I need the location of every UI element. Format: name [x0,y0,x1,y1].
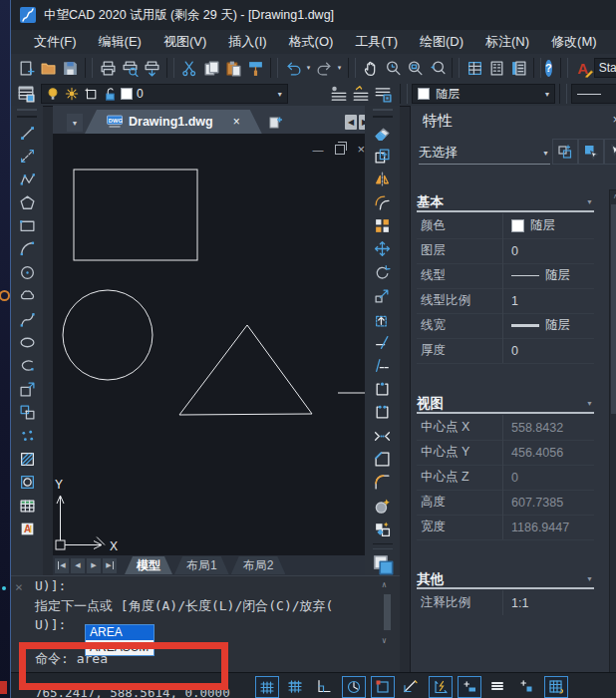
rectangle-icon[interactable] [16,215,38,237]
tab-list-dropdown-icon[interactable]: ▼ [67,114,83,132]
layer-states-icon[interactable] [350,83,372,105]
menu-insert[interactable]: 插入(I) [217,33,277,51]
layer-previous-icon[interactable] [328,83,350,105]
mirror-icon[interactable] [372,169,394,190]
menu-dimension[interactable]: 标注(N) [474,33,540,51]
menu-modify[interactable]: 修改(M) [540,33,608,51]
copy-icon[interactable] [200,57,222,79]
menu-format[interactable]: 格式(O) [278,33,345,51]
menu-draw[interactable]: 绘图(D) [409,33,474,51]
text-style-select[interactable]: Sta [594,58,616,78]
layer-properties-icon[interactable] [15,83,37,105]
layer-dropdown-icon[interactable]: ▼ [275,91,284,98]
polar-tracking-icon[interactable] [342,676,366,698]
insert-block-icon[interactable] [16,378,38,400]
revision-cloud-icon[interactable] [16,285,38,307]
menu-file[interactable]: 文件(F) [23,33,88,51]
break-icon[interactable] [372,402,394,424]
menu-tools[interactable]: 工具(T) [344,33,409,51]
tab-layout2[interactable]: 布局2 [231,556,286,574]
fillet-icon[interactable] [372,472,394,494]
document-tab-active[interactable]: DWG Drawing1.dwg × [85,110,262,134]
table-icon[interactable] [16,495,38,517]
stretch-icon[interactable] [372,308,394,330]
object-snap-icon[interactable] [371,676,395,698]
layer-freeze-icon[interactable] [64,87,79,102]
erase-icon[interactable] [372,122,394,144]
command-close-icon[interactable]: × [15,579,23,594]
polyline-icon[interactable] [16,169,38,190]
pan-icon[interactable] [360,57,382,79]
layer-unlock-icon[interactable] [102,87,117,102]
properties-scrollbar[interactable]: ∧ ∨ [609,189,616,698]
tab-nav-first-icon[interactable]: ◀ [55,558,69,573]
quick-select-icon[interactable] [552,139,578,165]
plot-preview-icon[interactable] [119,57,141,79]
scrollbar-thumb[interactable] [611,204,616,414]
snap-icon[interactable] [284,676,306,696]
canvas-geometry[interactable]: Y X [53,134,375,555]
document-tab-close-icon[interactable]: × [233,115,240,129]
tab-nav-next-icon[interactable]: ▶ [87,558,101,573]
block-editor-icon[interactable] [372,519,394,540]
undo-dropdown-icon[interactable]: ▾ [304,64,313,72]
draw-order-icon[interactable] [370,551,396,577]
help-icon[interactable]: ? [545,60,552,77]
text-style-icon[interactable]: A [572,57,594,79]
extend-icon[interactable] [372,355,394,377]
plot-icon[interactable] [97,57,119,79]
drawn-circle[interactable] [63,290,153,380]
menu-view[interactable]: 视图(V) [153,33,217,51]
ellipse-arc-icon[interactable] [16,355,38,377]
tab-nav-prev-icon[interactable]: ◀ [71,558,85,573]
tab-nav-last-icon[interactable]: ▶ [103,558,117,573]
scale-icon[interactable] [372,285,394,307]
drawing-canvas[interactable]: — × Y X [53,134,375,555]
break-at-point-icon[interactable] [372,378,394,400]
line-icon[interactable] [16,122,38,144]
linetype-select[interactable] [571,84,616,104]
spline-icon[interactable] [16,308,38,330]
format-painter-icon[interactable] [244,57,266,79]
layer-new-vp-icon[interactable] [83,87,98,102]
layer-isolate-icon[interactable] [372,83,394,105]
mtext-icon[interactable]: A [16,519,38,540]
tab-scroll-left-icon[interactable]: ◀ [345,115,357,130]
selection-filter-select[interactable]: 无选择 ▼ [419,142,550,165]
menu-edit[interactable]: 编辑(E) [88,33,153,51]
offset-icon[interactable] [372,191,394,213]
point-icon[interactable] [16,425,38,447]
new-document-tab-icon[interactable] [266,114,286,131]
zoom-window-icon[interactable] [404,57,426,79]
add-viewport-icon[interactable] [515,676,537,696]
publish-icon[interactable] [141,57,162,79]
autocomplete-item-selected[interactable]: AREA [86,625,154,640]
hatch-icon[interactable] [16,448,38,470]
ellipse-icon[interactable] [16,332,38,354]
zoom-previous-icon[interactable] [426,57,448,79]
open-file-icon[interactable] [37,57,59,79]
layer-on-icon[interactable] [45,87,60,102]
join-icon[interactable] [372,425,394,447]
explode-icon[interactable] [372,495,394,517]
ortho-icon[interactable] [313,676,335,696]
section-other[interactable]: 其他▼ [417,570,594,589]
polygon-icon[interactable] [16,191,38,213]
toolbar-grip[interactable] [17,109,37,118]
array-icon[interactable] [372,215,394,237]
tool-palettes-icon[interactable] [507,57,529,79]
drawn-rectangle[interactable] [74,170,197,260]
color-dropdown-icon[interactable]: ▼ [542,91,551,98]
cut-icon[interactable] [178,57,200,79]
toolbar-grip[interactable] [373,109,393,118]
drawn-triangle[interactable] [179,325,312,415]
trim-icon[interactable] [372,332,394,354]
designcenter-icon[interactable] [485,57,507,79]
chamfer-icon[interactable] [372,448,394,470]
redo-dropdown-icon[interactable]: ▾ [335,64,344,72]
menu-express-tools[interactable]: 扩展工具( [608,33,616,51]
copy-object-icon[interactable] [372,145,394,167]
toggle-pickadd-icon[interactable] [604,139,616,165]
save-icon[interactable] [59,57,81,79]
color-select[interactable]: 随层 ▼ [412,84,555,104]
